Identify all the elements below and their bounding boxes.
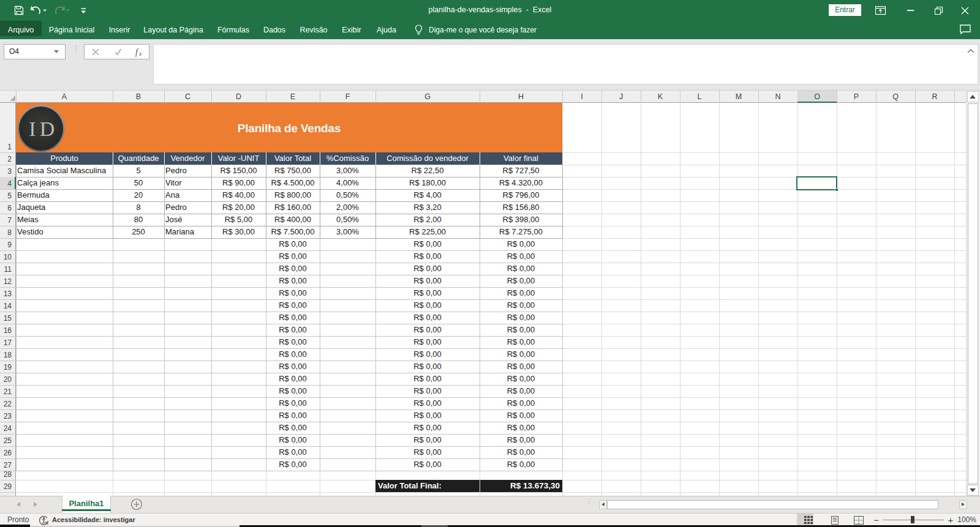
svg-text:D: D <box>40 118 55 140</box>
svg-text:x: x <box>138 50 142 57</box>
svg-text:I: I <box>29 118 36 140</box>
